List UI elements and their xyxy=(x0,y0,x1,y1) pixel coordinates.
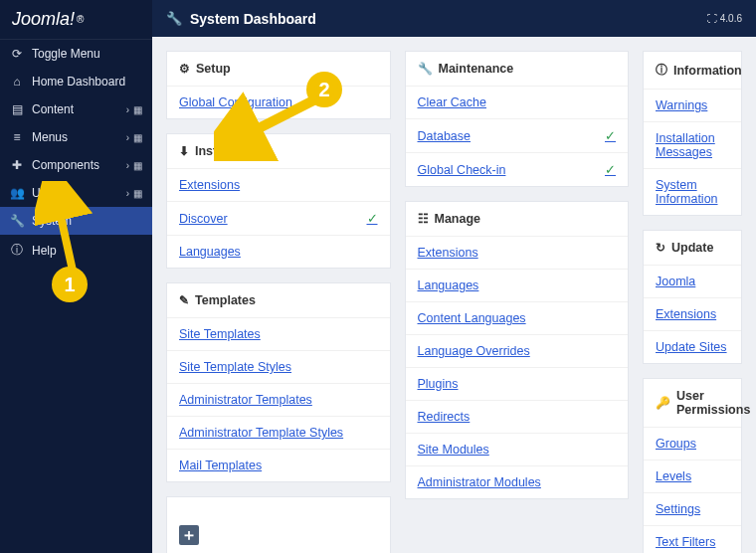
check-icon: ✓ xyxy=(605,162,616,177)
version-badge: ⛶ 4.0.6 xyxy=(707,13,742,24)
add-module-card[interactable]: ＋ Add module to the dashboard xyxy=(166,496,391,553)
panel-permissions: 🔑User Permissions Groups Levels Settings… xyxy=(643,378,742,553)
sidebar-item-label: Users xyxy=(32,186,63,200)
wrench-icon: 🔧 xyxy=(10,214,24,228)
chevron-right-icon: › xyxy=(122,188,133,199)
list-icon: ≡ xyxy=(10,130,24,144)
chevron-right-icon: › xyxy=(122,104,133,115)
sidebar-item-label: System xyxy=(32,214,72,228)
download-icon: ⬇ xyxy=(179,144,189,158)
link-site-template-styles[interactable]: Site Template Styles xyxy=(167,351,390,384)
toggle-icon: ⟳ xyxy=(10,47,24,61)
check-icon: ✓ xyxy=(367,211,378,226)
key-icon: 🔑 xyxy=(656,396,670,410)
panel-title: Setup xyxy=(196,62,231,76)
sidebar-item-home[interactable]: ⌂ Home Dashboard xyxy=(0,68,152,95)
sidebar-item-menus[interactable]: ≡ Menus › ▦ xyxy=(0,123,152,151)
link-manage-extensions[interactable]: Extensions xyxy=(406,237,629,270)
panel-update: ↻Update Joomla Extensions Update Sites xyxy=(643,230,742,364)
link-content-languages[interactable]: Content Languages xyxy=(406,302,629,335)
sidebar-item-label: Content xyxy=(32,102,74,116)
plus-icon: ＋ xyxy=(179,525,199,545)
link-groups[interactable]: Groups xyxy=(644,428,741,461)
toggle-label: Toggle Menu xyxy=(32,47,100,61)
link-update-sites[interactable]: Update Sites xyxy=(644,331,741,363)
sidebar-item-users[interactable]: 👥 Users › ▦ xyxy=(0,179,152,207)
info-icon: ⓘ xyxy=(10,242,24,259)
dashboard-icon[interactable]: ▦ xyxy=(133,104,142,115)
link-mail-templates[interactable]: Mail Templates xyxy=(167,450,390,481)
panel-setup: ⚙Setup Global Configuration xyxy=(166,51,391,119)
panel-title: User Permissions xyxy=(676,389,750,417)
link-admin-template-styles[interactable]: Administrator Template Styles xyxy=(167,417,390,450)
chevron-right-icon: › xyxy=(122,132,133,143)
toggle-menu[interactable]: ⟳ Toggle Menu xyxy=(0,40,152,68)
link-site-modules[interactable]: Site Modules xyxy=(406,434,629,466)
link-settings[interactable]: Settings xyxy=(644,493,741,526)
topbar: 🔧 System Dashboard ⛶ 4.0.6 xyxy=(152,0,756,37)
link-update-extensions[interactable]: Extensions xyxy=(644,298,741,331)
link-system-info[interactable]: System Information xyxy=(644,169,741,215)
sidebar-item-label: Menus xyxy=(32,130,68,144)
panel-title: Templates xyxy=(195,293,256,307)
panel-install: ⬇Install Extensions Discover✓ Languages xyxy=(166,133,391,269)
sidebar-item-components[interactable]: ✚ Components › ▦ xyxy=(0,151,152,179)
dashboard-icon[interactable]: ▦ xyxy=(133,188,142,199)
sidebar-item-label: Components xyxy=(32,158,99,172)
doc-icon: ▤ xyxy=(10,102,24,116)
link-discover[interactable]: Discover✓ xyxy=(167,202,390,236)
link-manage-languages[interactable]: Languages xyxy=(406,270,629,302)
link-install-messages[interactable]: Installation Messages xyxy=(644,122,741,169)
info-icon: ⓘ xyxy=(656,62,667,79)
brand-logo: Joomla!® xyxy=(0,0,152,40)
sidebar-item-help[interactable]: ⓘ Help xyxy=(0,235,152,266)
page-title: System Dashboard xyxy=(190,11,316,27)
sync-icon: ↻ xyxy=(656,241,665,255)
link-levels[interactable]: Levels xyxy=(644,461,741,493)
link-language-overrides[interactable]: Language Overrides xyxy=(406,335,629,368)
dashboard-icon[interactable]: ▦ xyxy=(133,132,142,143)
panel-title: Update xyxy=(671,241,713,255)
users-icon: 👥 xyxy=(10,186,24,200)
dashboard-content: ⚙Setup Global Configuration ⬇Install Ext… xyxy=(152,37,756,553)
link-redirects[interactable]: Redirects xyxy=(406,401,629,434)
cog-icon: ⚙ xyxy=(179,62,190,76)
panel-title: Information xyxy=(673,64,742,78)
link-site-templates[interactable]: Site Templates xyxy=(167,318,390,351)
dashboard-icon[interactable]: ▦ xyxy=(133,160,142,171)
link-languages-install[interactable]: Languages xyxy=(167,236,390,268)
link-global-checkin[interactable]: Global Check-in✓ xyxy=(406,153,629,186)
link-update-joomla[interactable]: Joomla xyxy=(644,266,741,298)
wrench-icon: 🔧 xyxy=(166,11,182,26)
panel-title: Maintenance xyxy=(439,62,514,76)
sidebar: Joomla!® ⟳ Toggle Menu ⌂ Home Dashboard … xyxy=(0,0,152,553)
manage-icon: ☷ xyxy=(418,212,429,226)
link-admin-modules[interactable]: Administrator Modules xyxy=(406,466,629,498)
panel-manage: ☷Manage Extensions Languages Content Lan… xyxy=(405,201,630,499)
sidebar-item-system[interactable]: 🔧 System xyxy=(0,207,152,235)
link-warnings[interactable]: Warnings xyxy=(644,90,741,122)
main: 🔧 System Dashboard ⛶ 4.0.6 ⚙Setup Global… xyxy=(152,0,756,553)
link-clear-cache[interactable]: Clear Cache xyxy=(406,87,629,119)
chevron-right-icon: › xyxy=(122,160,133,171)
panel-information: ⓘInformation Warnings Installation Messa… xyxy=(643,51,742,216)
panel-templates: ✎Templates Site Templates Site Template … xyxy=(166,282,391,482)
link-extensions-install[interactable]: Extensions xyxy=(167,169,390,202)
panel-title: Install xyxy=(195,144,231,158)
brush-icon: ✎ xyxy=(179,293,189,307)
link-database[interactable]: Database✓ xyxy=(406,119,629,153)
panel-title: Manage xyxy=(435,212,481,226)
check-icon: ✓ xyxy=(605,128,616,143)
sidebar-item-content[interactable]: ▤ Content › ▦ xyxy=(0,95,152,123)
wrench-icon: 🔧 xyxy=(418,62,433,76)
sidebar-item-label: Help xyxy=(32,244,57,258)
grid-icon: ✚ xyxy=(10,158,24,172)
link-global-config[interactable]: Global Configuration xyxy=(167,87,390,118)
panel-maintenance: 🔧Maintenance Clear Cache Database✓ Globa… xyxy=(405,51,630,187)
link-admin-templates[interactable]: Administrator Templates xyxy=(167,384,390,417)
sidebar-item-label: Home Dashboard xyxy=(32,75,125,89)
link-text-filters[interactable]: Text Filters xyxy=(644,526,741,553)
link-plugins[interactable]: Plugins xyxy=(406,368,629,401)
home-icon: ⌂ xyxy=(10,75,24,89)
